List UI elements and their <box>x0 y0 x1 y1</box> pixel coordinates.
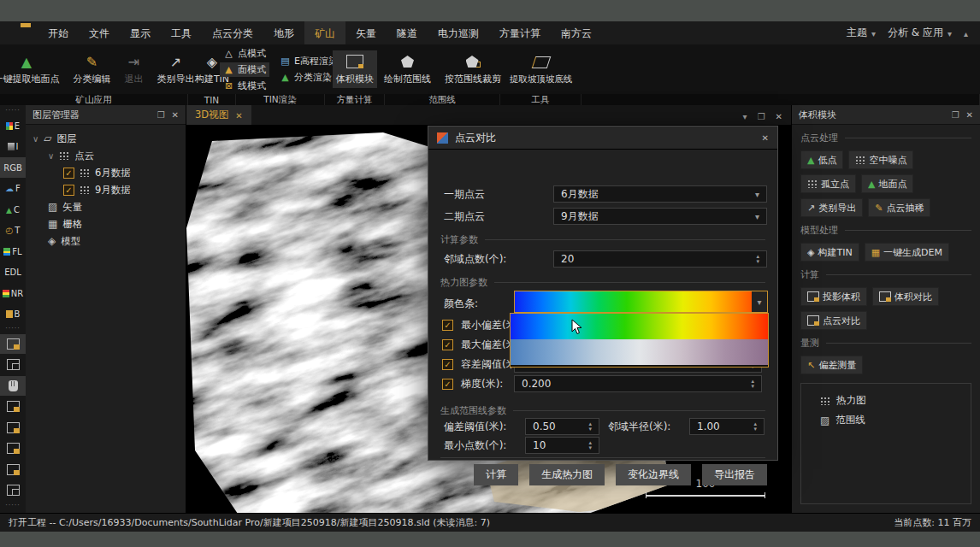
volume-compare-button[interactable]: 体积对比 <box>872 287 939 306</box>
expander-icon[interactable] <box>32 132 38 144</box>
extract-slope-lines-button[interactable]: 提取坡顶坡底线 <box>506 51 576 88</box>
float-panel-icon[interactable] <box>157 109 165 121</box>
view-top-tool[interactable] <box>0 397 26 416</box>
volume-module-button[interactable]: 体积模块 <box>333 50 377 88</box>
analysis-apply-menu[interactable]: 分析 & 应用 <box>888 26 952 40</box>
one-key-dem-button[interactable]: 一键生成DEM <box>865 243 949 262</box>
edl-render-tool[interactable]: EDL <box>0 262 26 282</box>
nr-render-tool[interactable]: NR <box>0 283 26 303</box>
checkbox-checked[interactable] <box>442 339 453 350</box>
colorbar-option-muted[interactable] <box>511 339 768 365</box>
tree-node-model[interactable]: 模型 <box>26 232 186 250</box>
close-tab-icon[interactable] <box>235 109 242 121</box>
point-mode-button[interactable]: △点模式 <box>220 46 269 61</box>
dialog-close-icon[interactable] <box>762 132 769 144</box>
deviation-threshold-spinner[interactable]: 0.50 ▴▾ <box>525 418 599 435</box>
projected-volume-button[interactable]: 投影体积 <box>800 287 867 306</box>
menu-tools[interactable]: 工具 <box>161 21 202 44</box>
expander-icon[interactable] <box>48 150 54 162</box>
spinner-arrows[interactable]: ▴▾ <box>756 254 759 264</box>
generate-heatmap-button[interactable]: 生成热力图 <box>529 464 605 485</box>
select-cube-tool[interactable] <box>0 334 26 354</box>
collapse-ribbon-icon[interactable] <box>964 27 968 39</box>
extract-ground-button[interactable]: 一键提取地面点 <box>0 50 63 88</box>
intensity-render-tool[interactable]: I <box>0 137 26 156</box>
colorbar-option-rainbow[interactable] <box>511 314 768 339</box>
menu-volume-calculation[interactable]: 方量计算 <box>489 21 551 44</box>
tree-node-vector[interactable]: 矢量 <box>26 198 186 215</box>
tree-node-june-data[interactable]: 6月数据 <box>26 164 186 181</box>
low-point-button[interactable]: 低点 <box>800 150 843 169</box>
calculate-button[interactable]: 计算 <box>474 464 518 485</box>
pan-tool[interactable] <box>0 376 26 396</box>
isolated-point-button[interactable]: 孤立点 <box>800 174 856 193</box>
min-points-spinner[interactable]: 10 ▴▾ <box>525 437 599 454</box>
neighbor-radius-spinner[interactable]: 1.00 ▴▾ <box>689 418 765 435</box>
menu-pointcloud-classification[interactable]: 点云分类 <box>202 21 263 44</box>
view-right-tool[interactable] <box>0 460 26 479</box>
checkbox-checked[interactable] <box>442 379 453 390</box>
spinner-arrows[interactable]: ▴▾ <box>588 421 592 432</box>
corner-cube-tool[interactable] <box>0 355 26 374</box>
b-render-tool[interactable]: B <box>0 304 26 324</box>
ground-point-button[interactable]: 地面点 <box>861 174 913 193</box>
spinner-arrows[interactable]: ▴▾ <box>588 440 592 450</box>
tab-3d-view[interactable]: 3D视图 <box>186 105 251 125</box>
menu-south-cloud[interactable]: 南方云 <box>551 21 602 44</box>
colorbar-dropdown-button[interactable] <box>752 291 767 312</box>
line-mode-button[interactable]: ⊠线模式 <box>220 79 269 93</box>
fl-render-tool[interactable]: FL <box>0 241 26 261</box>
time-render-tool[interactable]: T <box>0 221 26 240</box>
menu-display[interactable]: 显示 <box>120 21 161 44</box>
spinner-arrows[interactable]: ▴▾ <box>751 379 754 389</box>
float-panel-icon[interactable] <box>952 109 959 121</box>
menu-terrain[interactable]: 地形 <box>263 21 304 44</box>
spinner-arrows[interactable]: ▴▾ <box>753 421 757 432</box>
tree-node-layers[interactable]: 图层 <box>26 130 186 147</box>
build-tin-button[interactable]: 构建TIN <box>800 243 859 262</box>
clip-by-rangeline-button[interactable]: 按范围线裁剪 <box>441 50 505 88</box>
menu-mine[interactable]: 矿山 <box>304 21 345 44</box>
menu-file[interactable]: 文件 <box>79 21 120 44</box>
menu-power-inspection[interactable]: 电力巡测 <box>428 21 489 44</box>
menu-tunnel[interactable]: 隧道 <box>387 21 428 44</box>
rgb-render-tool[interactable]: RGB <box>0 157 26 177</box>
draw-rangeline-button[interactable]: 绘制范围线 <box>381 50 434 88</box>
period1-combo[interactable]: 6月数据 <box>553 185 767 203</box>
tab-list-icon[interactable] <box>743 107 747 123</box>
dialog-title-bar[interactable]: 点云对比 <box>428 126 777 150</box>
close-panel-icon[interactable] <box>172 109 179 121</box>
checkbox-checked[interactable] <box>63 168 74 179</box>
classify-edit-button[interactable]: 分类编辑 <box>70 50 115 88</box>
close-view-icon[interactable] <box>776 107 782 123</box>
checkbox-checked[interactable] <box>63 185 74 196</box>
rangeline-result-item[interactable]: 范围线 <box>801 410 971 430</box>
view-iso-tool[interactable] <box>0 480 26 500</box>
period2-combo[interactable]: 9月数据 <box>553 208 767 225</box>
tree-node-pointcloud[interactable]: 点云 <box>26 147 186 164</box>
view-left-tool[interactable] <box>0 438 26 458</box>
elevation-render-tool[interactable]: E <box>0 115 26 135</box>
tree-node-september-data[interactable]: 9月数据 <box>26 181 186 198</box>
face-mode-button[interactable]: ▲面模式 <box>220 62 269 77</box>
classification-render-tool[interactable]: C <box>0 199 26 219</box>
heatmap-result-item[interactable]: 热力图 <box>801 391 971 410</box>
checkbox-checked[interactable] <box>442 320 453 331</box>
close-panel-icon[interactable] <box>966 109 973 121</box>
gradient-spinner[interactable]: 0.200 ▴▾ <box>514 375 762 392</box>
flight-render-tool[interactable]: F <box>0 179 26 198</box>
pointcloud-compare-button[interactable]: 点云对比 <box>800 311 867 330</box>
neighbor-count-spinner[interactable]: 20 ▴▾ <box>553 250 767 268</box>
checkbox-checked[interactable] <box>442 359 453 370</box>
colorbar-combo[interactable] <box>514 291 768 313</box>
tree-node-raster[interactable]: 栅格 <box>26 215 186 232</box>
thin-pointcloud-button[interactable]: 点云抽稀 <box>868 198 930 217</box>
float-view-icon[interactable] <box>758 107 765 123</box>
change-boundary-line-button[interactable]: 变化边界线 <box>616 464 691 485</box>
view-front-tool[interactable] <box>0 418 26 438</box>
menu-start[interactable]: 开始 <box>38 21 79 44</box>
export-report-button[interactable]: 导出报告 <box>702 464 767 485</box>
deviation-measure-button[interactable]: 偏差测量 <box>800 356 863 374</box>
air-noise-button[interactable]: 空中噪点 <box>848 150 913 169</box>
theme-menu[interactable]: 主题 <box>847 26 876 40</box>
